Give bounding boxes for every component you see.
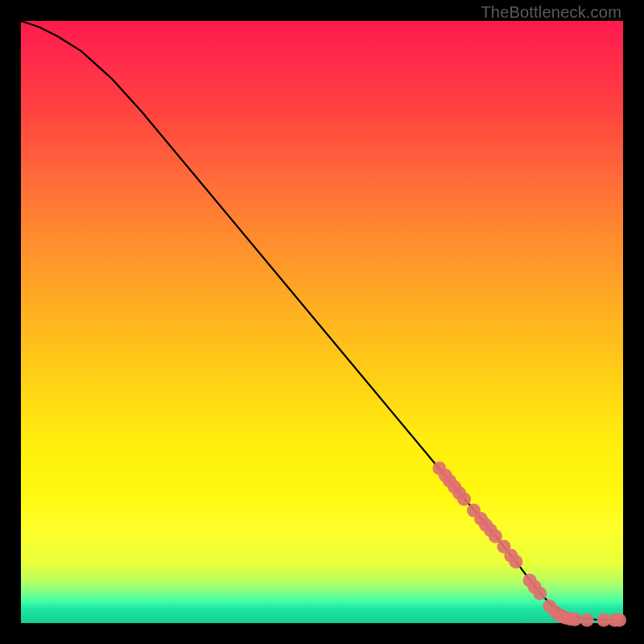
- chart-frame: TheBottleneck.com: [0, 0, 644, 644]
- watermark-text: TheBottleneck.com: [481, 3, 621, 22]
- scatter-point: [509, 555, 522, 568]
- scatter-points: [432, 461, 626, 627]
- curve-line: [21, 21, 623, 620]
- scatter-point: [568, 613, 582, 626]
- chart-overlay: [21, 21, 623, 623]
- plot-area: [21, 21, 623, 623]
- scatter-point: [457, 492, 471, 506]
- scatter-point: [580, 613, 594, 627]
- scatter-point: [533, 587, 547, 601]
- scatter-point: [613, 613, 626, 627]
